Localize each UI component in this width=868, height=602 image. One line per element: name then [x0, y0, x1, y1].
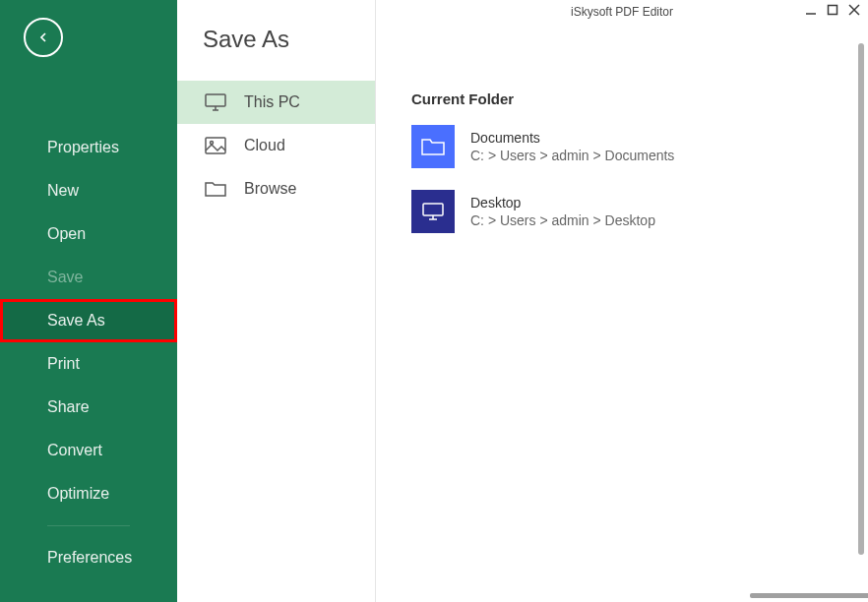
close-icon [848, 4, 860, 16]
panel-title: Save As [177, 0, 375, 53]
maximize-button[interactable] [825, 2, 840, 18]
location-cloud[interactable]: Cloud [177, 124, 375, 167]
location-label: Cloud [244, 137, 285, 154]
main-content: iSkysoft PDF Editor Current Folder Docum… [376, 0, 868, 602]
menu-share[interactable]: Share [0, 386, 177, 429]
maximize-icon [827, 4, 838, 16]
folder-desktop[interactable]: Desktop C: > Users > admin > Desktop [411, 190, 868, 233]
folder-info: Documents C: > Users > admin > Documents [470, 130, 674, 163]
active-indicator-icon [177, 313, 185, 329]
back-button[interactable] [24, 18, 63, 57]
folder-icon [411, 125, 455, 168]
svg-rect-9 [423, 204, 443, 215]
menu-label: Properties [47, 139, 119, 156]
minimize-icon [805, 4, 817, 16]
menu-label: New [47, 182, 79, 200]
section-title: Current Folder [411, 90, 868, 107]
folder-browser: Current Folder Documents C: > Users > ad… [376, 24, 868, 602]
menu-properties[interactable]: Properties [0, 126, 177, 169]
menu-label: Save As [47, 312, 105, 330]
titlebar: iSkysoft PDF Editor [376, 0, 868, 24]
menu-convert[interactable]: Convert [0, 429, 177, 472]
menu-new[interactable]: New [0, 169, 177, 212]
menu-optimize[interactable]: Optimize [0, 472, 177, 515]
close-button[interactable] [846, 2, 862, 18]
folder-documents[interactable]: Documents C: > Users > admin > Documents [411, 125, 868, 168]
location-list: This PC Cloud Browse [177, 81, 375, 211]
menu-divider [47, 525, 130, 526]
chevron-left-icon [35, 30, 51, 45]
image-icon [203, 136, 228, 155]
location-label: Browse [244, 180, 296, 198]
menu-preferences[interactable]: Preferences [0, 536, 177, 579]
location-label: This PC [244, 93, 300, 111]
menu-open[interactable]: Open [0, 212, 177, 256]
folder-icon [203, 179, 228, 199]
svg-rect-3 [206, 138, 225, 153]
menu-save[interactable]: Save [0, 256, 177, 299]
menu-label: Save [47, 269, 83, 286]
folder-name: Desktop [470, 195, 655, 211]
monitor-icon [203, 92, 228, 112]
menu-label: Print [47, 355, 80, 373]
folder-path: C: > Users > admin > Documents [470, 148, 674, 163]
monitor-icon [411, 190, 455, 233]
menu-label: Share [47, 398, 90, 416]
save-as-locations-panel: Save As This PC Cloud Browse [177, 0, 376, 602]
menu-label: Optimize [47, 485, 109, 503]
vertical-scrollbar[interactable] [858, 43, 864, 555]
location-browse[interactable]: Browse [177, 167, 375, 211]
menu-label: Open [47, 225, 86, 243]
svg-rect-0 [206, 94, 225, 106]
svg-rect-6 [829, 6, 837, 15]
file-menu-list: Properties New Open Save Save As Print S… [0, 126, 177, 579]
window-controls [803, 2, 862, 18]
minimize-button[interactable] [803, 2, 819, 18]
menu-print[interactable]: Print [0, 342, 177, 386]
menu-save-as[interactable]: Save As [0, 299, 177, 342]
folder-info: Desktop C: > Users > admin > Desktop [470, 195, 655, 228]
horizontal-scrollbar[interactable] [750, 593, 868, 598]
location-this-pc[interactable]: This PC [177, 81, 375, 124]
app-title: iSkysoft PDF Editor [571, 5, 673, 19]
file-menu-sidebar: Properties New Open Save Save As Print S… [0, 0, 177, 602]
menu-label: Preferences [47, 549, 132, 567]
folder-name: Documents [470, 130, 674, 146]
menu-label: Convert [47, 442, 102, 459]
folder-path: C: > Users > admin > Desktop [470, 212, 655, 228]
